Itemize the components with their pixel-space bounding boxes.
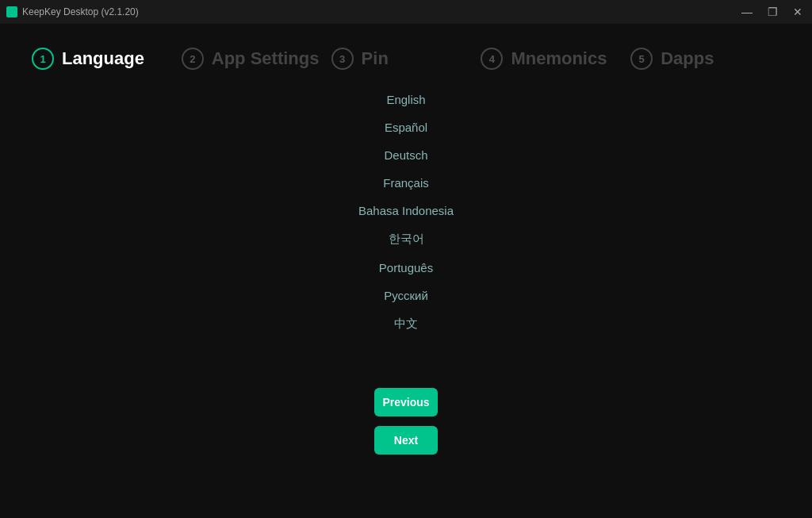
next-button[interactable]: Next — [374, 426, 438, 455]
step-mnemonics: 4 Mnemonics — [481, 48, 630, 70]
step-2-label: App Settings — [212, 48, 320, 69]
language-item-7[interactable]: Русский — [327, 282, 485, 309]
language-list: EnglishEspañolDeutschFrançaisBahasa Indo… — [0, 86, 812, 434]
step-1-circle: 1 — [32, 48, 54, 70]
step-1-label: Language — [62, 48, 144, 69]
step-3-circle: 3 — [331, 48, 354, 70]
step-5-label: Dapps — [661, 48, 714, 69]
step-dapps: 5 Dapps — [630, 48, 780, 70]
title-bar-controls: — ❐ ✕ — [739, 6, 806, 17]
step-5-circle: 5 — [630, 48, 653, 70]
previous-button[interactable]: Previous — [374, 388, 438, 416]
content-wrapper: EnglishEspañolDeutschFrançaisBahasa Indo… — [0, 86, 812, 518]
language-item-1[interactable]: Español — [327, 113, 485, 141]
step-3-label: Pin — [362, 48, 389, 69]
main-content: 1 Language 2 App Settings 3 Pin 4 Mnemon… — [0, 24, 812, 518]
language-item-8[interactable]: 中文 — [327, 309, 485, 339]
step-pin: 3 Pin — [331, 48, 481, 70]
title-bar: KeepKey Desktop (v2.1.20) — ❐ ✕ — [0, 0, 812, 24]
step-2-circle: 2 — [182, 48, 204, 70]
step-language: 1 Language — [32, 48, 182, 70]
language-item-2[interactable]: Deutsch — [327, 141, 485, 169]
buttons-area: Previous Next — [374, 388, 438, 455]
steps-header: 1 Language 2 App Settings 3 Pin 4 Mnemon… — [0, 24, 812, 86]
language-item-3[interactable]: Français — [327, 169, 485, 197]
language-item-0[interactable]: English — [327, 86, 485, 113]
title-bar-title: KeepKey Desktop (v2.1.20) — [22, 6, 139, 17]
language-item-5[interactable]: 한국어 — [327, 224, 485, 254]
step-app-settings: 2 App Settings — [182, 48, 331, 70]
step-4-label: Mnemonics — [511, 48, 607, 69]
title-bar-left: KeepKey Desktop (v2.1.20) — [6, 6, 139, 17]
step-4-circle: 4 — [481, 48, 503, 70]
maximize-button[interactable]: ❐ — [764, 6, 780, 17]
app-icon — [6, 6, 17, 17]
language-item-6[interactable]: Português — [327, 254, 485, 282]
language-item-4[interactable]: Bahasa Indonesia — [327, 197, 485, 224]
minimize-button[interactable]: — — [739, 6, 755, 17]
close-button[interactable]: ✕ — [790, 6, 806, 17]
